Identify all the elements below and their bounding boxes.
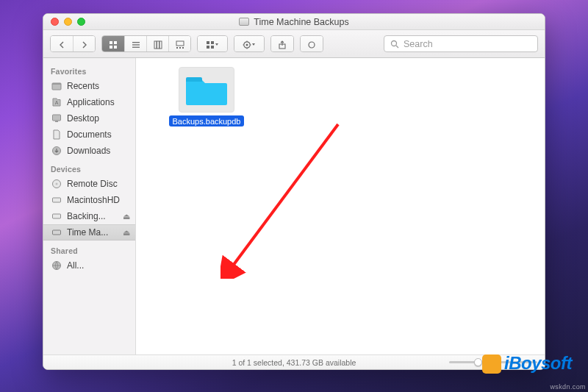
- share-button-group: [270, 35, 294, 52]
- share-button[interactable]: [271, 36, 293, 52]
- sidebar-header-shared: Shared: [43, 240, 135, 257]
- sidebar-header-favorites: Favorites: [43, 61, 135, 78]
- sidebar-item-label: Documents: [67, 129, 131, 140]
- drive-icon: [51, 195, 62, 206]
- svg-rect-31: [52, 115, 60, 121]
- sidebar-item-label: Backing...: [67, 211, 117, 221]
- tags-button[interactable]: [301, 36, 323, 52]
- folder-item-backups[interactable]: Backups.backupdb: [165, 67, 248, 126]
- gallery-view-button[interactable]: [168, 36, 190, 52]
- action-button[interactable]: [234, 36, 264, 52]
- action-button-group: [234, 35, 265, 52]
- tags-button-group: [300, 35, 323, 52]
- sidebar-item-backing[interactable]: Backing... ⏏: [43, 208, 135, 224]
- sidebar-item-recents[interactable]: Recents: [43, 78, 135, 94]
- watermark-logo: iBoysoft: [482, 353, 572, 374]
- svg-rect-29: [52, 83, 61, 85]
- downloads-icon: [51, 146, 62, 157]
- svg-rect-11: [176, 47, 178, 49]
- sidebar-item-applications[interactable]: A Applications: [43, 94, 135, 110]
- search-icon: [390, 40, 399, 49]
- statusbar: 1 of 1 selected, 431.73 GB available: [43, 354, 545, 369]
- svg-rect-10: [176, 41, 184, 46]
- back-button[interactable]: [51, 36, 73, 52]
- svg-rect-13: [182, 47, 184, 49]
- svg-rect-37: [52, 214, 60, 218]
- content-area[interactable]: Backups.backupdb: [136, 58, 545, 354]
- zoom-slider-thumb[interactable]: [474, 358, 482, 366]
- titlebar: Time Machine Backups: [43, 14, 545, 30]
- svg-rect-15: [207, 46, 209, 49]
- group-by-button-group: [197, 35, 228, 52]
- svg-rect-5: [132, 44, 140, 45]
- svg-rect-1: [114, 41, 117, 44]
- nav-buttons: [50, 35, 96, 52]
- svg-line-40: [231, 124, 338, 268]
- svg-rect-17: [211, 46, 214, 49]
- remote-disc-icon: [51, 179, 62, 190]
- sidebar-item-label: MacintoshHD: [67, 195, 131, 205]
- window-title: Time Machine Backups: [43, 17, 545, 27]
- search-field[interactable]: Search: [384, 35, 538, 52]
- forward-button[interactable]: [73, 36, 95, 52]
- svg-rect-36: [52, 198, 60, 202]
- sidebar-item-documents[interactable]: Documents: [43, 126, 135, 143]
- folder-icon: [179, 67, 234, 113]
- sidebar-item-label: Recents: [67, 81, 131, 91]
- svg-rect-0: [110, 41, 112, 44]
- sidebar-item-all-shared[interactable]: All...: [43, 257, 135, 274]
- window-body: Favorites Recents A Applications Desktop…: [43, 58, 545, 354]
- view-mode-buttons: [101, 35, 191, 52]
- window-controls: [43, 18, 85, 26]
- group-by-button[interactable]: [198, 36, 227, 52]
- close-button[interactable]: [51, 18, 59, 26]
- search-placeholder: Search: [404, 39, 433, 49]
- zoom-button[interactable]: [77, 18, 85, 26]
- svg-rect-2: [110, 46, 112, 49]
- sidebar-item-time-machine[interactable]: Time Ma... ⏏: [43, 224, 135, 240]
- svg-rect-4: [132, 42, 140, 43]
- annotation-arrow: [220, 110, 368, 279]
- svg-point-26: [392, 40, 397, 46]
- svg-line-27: [396, 46, 398, 48]
- recents-icon: [51, 81, 62, 92]
- sidebar-item-downloads[interactable]: Downloads: [43, 143, 135, 159]
- sidebar-header-devices: Devices: [43, 159, 135, 176]
- sidebar-item-label: Remote Disc: [67, 179, 131, 189]
- watermark-domain: wskdn.com: [550, 383, 586, 391]
- list-view-button[interactable]: [124, 36, 146, 52]
- svg-point-35: [55, 183, 57, 185]
- network-icon: [51, 260, 62, 271]
- svg-rect-12: [179, 47, 181, 49]
- svg-rect-9: [159, 41, 162, 49]
- sidebar: Favorites Recents A Applications Desktop…: [43, 58, 136, 354]
- svg-rect-6: [132, 46, 140, 47]
- minimize-button[interactable]: [64, 18, 72, 26]
- sidebar-item-desktop[interactable]: Desktop: [43, 110, 135, 126]
- eject-icon[interactable]: ⏏: [122, 212, 131, 221]
- statusbar-text: 1 of 1 selected, 431.73 GB available: [232, 358, 356, 367]
- svg-rect-16: [211, 41, 214, 44]
- svg-point-19: [246, 43, 248, 46]
- window-title-text: Time Machine Backups: [254, 17, 348, 27]
- sidebar-item-label: All...: [67, 260, 131, 271]
- folder-label: Backups.backupdb: [169, 115, 245, 126]
- svg-rect-8: [157, 41, 159, 49]
- column-view-button[interactable]: [146, 36, 168, 52]
- sidebar-item-label: Applications: [67, 97, 131, 107]
- sidebar-item-remote-disc[interactable]: Remote Disc: [43, 176, 135, 192]
- eject-icon[interactable]: ⏏: [122, 228, 131, 238]
- applications-icon: A: [51, 97, 62, 108]
- svg-rect-14: [207, 41, 209, 44]
- svg-point-25: [309, 42, 315, 48]
- svg-rect-7: [154, 41, 157, 49]
- sidebar-item-macintosh-hd[interactable]: MacintoshHD: [43, 192, 135, 208]
- svg-rect-38: [52, 230, 60, 235]
- watermark-accent-icon: [482, 354, 501, 374]
- icon-view-button[interactable]: [102, 36, 124, 52]
- desktop-icon: [51, 113, 62, 124]
- finder-window: Time Machine Backups Search: [43, 13, 545, 370]
- sidebar-item-label: Downloads: [67, 146, 131, 156]
- svg-rect-3: [114, 46, 117, 49]
- drive-icon: [239, 18, 249, 26]
